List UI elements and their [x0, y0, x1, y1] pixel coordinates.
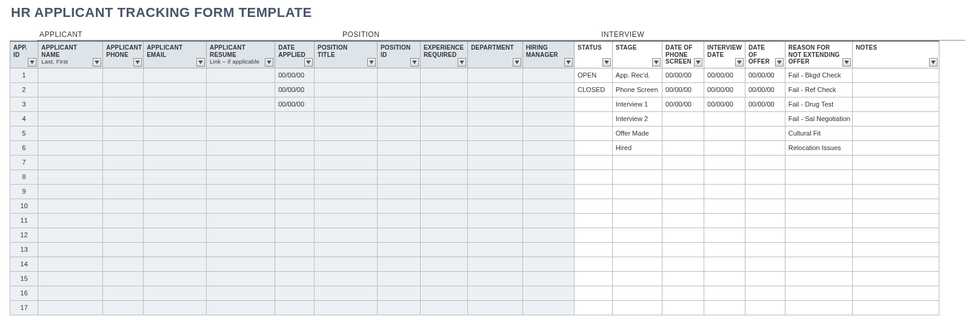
cell[interactable] [207, 68, 275, 82]
cell[interactable] [420, 82, 467, 97]
cell[interactable] [704, 111, 745, 126]
cell[interactable] [745, 199, 785, 213]
cell[interactable] [275, 286, 315, 300]
cell[interactable] [785, 199, 852, 213]
cell[interactable] [377, 213, 420, 228]
cell[interactable]: 00/00/00 [662, 97, 704, 111]
cell[interactable]: 00/00/00 [745, 68, 785, 82]
filter-dropdown-icon[interactable] [367, 58, 376, 67]
cell[interactable] [315, 257, 378, 271]
cell[interactable] [662, 111, 704, 126]
col-header-stage[interactable]: STAGE [612, 41, 662, 68]
cell[interactable] [785, 169, 852, 184]
cell[interactable] [704, 126, 745, 140]
cell[interactable] [38, 169, 103, 184]
cell[interactable] [103, 155, 144, 169]
cell[interactable] [575, 126, 613, 140]
cell[interactable] [315, 140, 378, 155]
cell[interactable] [612, 286, 662, 300]
cell[interactable] [315, 155, 378, 169]
cell[interactable]: Relocation Issues [785, 140, 852, 155]
col-header-hiring_manager[interactable]: HIRING MANAGER [522, 41, 574, 68]
cell[interactable] [377, 300, 420, 315]
cell[interactable] [377, 140, 420, 155]
cell[interactable] [575, 140, 613, 155]
cell[interactable] [38, 140, 103, 155]
cell[interactable] [852, 242, 939, 257]
cell[interactable]: 00/00/00 [662, 82, 704, 97]
cell[interactable] [704, 155, 745, 169]
col-header-phone[interactable]: APPLICANT PHONE [103, 41, 144, 68]
filter-dropdown-icon[interactable] [93, 58, 101, 67]
cell[interactable] [745, 257, 785, 271]
cell[interactable] [38, 126, 103, 140]
filter-dropdown-icon[interactable] [735, 58, 744, 67]
col-header-email[interactable]: APPLICANT EMAIL [144, 41, 207, 68]
cell[interactable] [420, 68, 467, 82]
cell[interactable] [745, 242, 785, 257]
cell[interactable] [575, 155, 613, 169]
cell[interactable] [420, 213, 467, 228]
filter-dropdown-icon[interactable] [775, 58, 784, 67]
cell[interactable] [144, 199, 207, 213]
col-header-interview_date[interactable]: INTERVIEW DATE [704, 41, 745, 68]
cell[interactable] [468, 68, 523, 82]
cell[interactable] [38, 257, 103, 271]
cell[interactable] [207, 271, 275, 286]
cell[interactable]: 14 [10, 257, 38, 271]
cell[interactable] [207, 286, 275, 300]
cell[interactable] [852, 97, 939, 111]
cell[interactable] [207, 257, 275, 271]
cell[interactable] [852, 169, 939, 184]
cell[interactable] [38, 155, 103, 169]
cell[interactable] [745, 140, 785, 155]
cell[interactable] [275, 242, 315, 257]
cell[interactable] [468, 271, 523, 286]
cell[interactable] [38, 286, 103, 300]
cell[interactable] [377, 257, 420, 271]
cell[interactable] [662, 257, 704, 271]
cell[interactable] [144, 228, 207, 242]
cell[interactable] [522, 68, 574, 82]
cell[interactable] [377, 126, 420, 140]
cell[interactable] [103, 286, 144, 300]
cell[interactable] [103, 82, 144, 97]
cell[interactable] [275, 271, 315, 286]
cell[interactable] [704, 300, 745, 315]
cell[interactable] [662, 228, 704, 242]
cell[interactable]: 9 [10, 184, 38, 199]
cell[interactable] [852, 286, 939, 300]
cell[interactable] [420, 300, 467, 315]
filter-dropdown-icon[interactable] [265, 58, 273, 67]
cell[interactable] [745, 169, 785, 184]
cell[interactable] [315, 300, 378, 315]
cell[interactable]: 2 [10, 82, 38, 97]
cell[interactable] [207, 111, 275, 126]
cell[interactable]: Offer Made [612, 126, 662, 140]
filter-dropdown-icon[interactable] [196, 58, 205, 67]
cell[interactable] [662, 286, 704, 300]
cell[interactable]: 00/00/00 [745, 97, 785, 111]
cell[interactable] [275, 199, 315, 213]
cell[interactable] [420, 257, 467, 271]
cell[interactable] [420, 126, 467, 140]
cell[interactable] [852, 184, 939, 199]
cell[interactable] [207, 213, 275, 228]
filter-dropdown-icon[interactable] [929, 58, 938, 67]
cell[interactable]: 10 [10, 199, 38, 213]
cell[interactable] [315, 199, 378, 213]
cell[interactable] [377, 242, 420, 257]
cell[interactable] [575, 257, 613, 271]
cell[interactable] [468, 242, 523, 257]
cell[interactable] [575, 286, 613, 300]
cell[interactable] [38, 242, 103, 257]
cell[interactable] [144, 155, 207, 169]
cell[interactable] [38, 111, 103, 126]
cell[interactable] [420, 111, 467, 126]
cell[interactable] [704, 199, 745, 213]
cell[interactable] [207, 82, 275, 97]
cell[interactable] [315, 126, 378, 140]
cell[interactable] [103, 184, 144, 199]
cell[interactable]: 15 [10, 271, 38, 286]
cell[interactable] [522, 271, 574, 286]
